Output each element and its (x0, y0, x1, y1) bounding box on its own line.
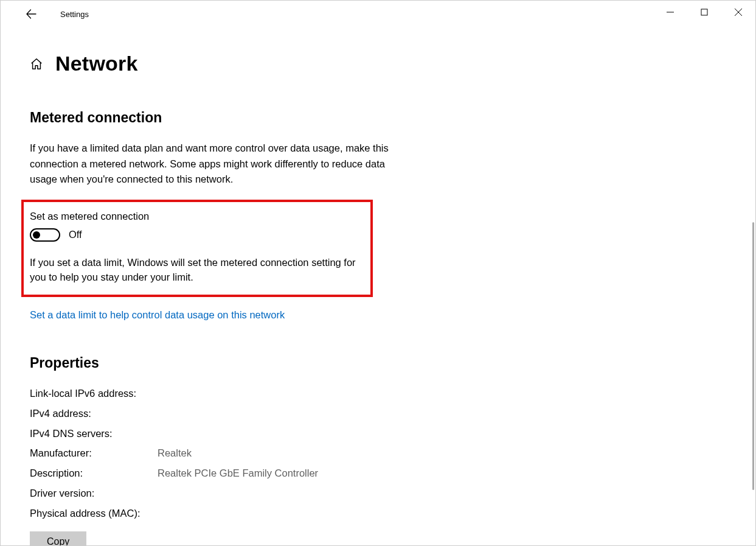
prop-label: Manufacturer: (30, 446, 158, 461)
metered-description: If you have a limited data plan and want… (30, 141, 407, 187)
set-data-limit-link[interactable]: Set a data limit to help control data us… (30, 309, 285, 321)
section-heading-properties: Properties (30, 355, 743, 371)
close-button[interactable] (721, 1, 755, 24)
content: Network Metered connection If you have a… (1, 27, 755, 545)
app-title: Settings (60, 10, 89, 19)
maximize-icon (701, 9, 708, 16)
titlebar: Settings (1, 1, 755, 27)
table-row: Driver version: (30, 486, 743, 501)
table-row: Link-local IPv6 address: (30, 386, 743, 401)
table-row: IPv4 address: (30, 406, 743, 421)
table-row: IPv4 DNS servers: (30, 426, 743, 441)
back-button[interactable] (19, 2, 43, 26)
highlight-annotation: Set as metered connection Off If you set… (21, 200, 373, 298)
page-header: Network (30, 52, 743, 75)
prop-label: IPv4 address: (30, 406, 158, 421)
table-row: Manufacturer: Realtek (30, 446, 743, 461)
window-controls (653, 1, 755, 24)
metered-hint: If you set a data limit, Windows will se… (30, 255, 363, 285)
prop-value: Realtek PCIe GbE Family Controller (158, 466, 318, 481)
copy-button[interactable]: Copy (30, 531, 86, 545)
prop-label: IPv4 DNS servers: (30, 426, 158, 441)
minimize-button[interactable] (653, 1, 687, 24)
maximize-button[interactable] (687, 1, 721, 24)
prop-value: Realtek (158, 446, 192, 461)
arrow-left-icon (26, 9, 36, 19)
properties-section: Properties Link-local IPv6 address: IPv4… (30, 355, 743, 545)
section-heading-metered: Metered connection (30, 110, 743, 126)
prop-label: Description: (30, 466, 158, 481)
prop-label: Link-local IPv6 address: (30, 386, 158, 401)
table-row: Description: Realtek PCIe GbE Family Con… (30, 466, 743, 481)
toggle-row: Off (30, 228, 363, 242)
svg-rect-1 (701, 9, 707, 15)
metered-toggle[interactable] (30, 228, 60, 242)
scrollbar[interactable] (752, 222, 754, 490)
close-icon (735, 9, 742, 16)
metered-toggle-label: Set as metered connection (30, 211, 363, 222)
prop-label: Driver version: (30, 486, 158, 501)
page-title: Network (55, 52, 138, 75)
prop-label: Physical address (MAC): (30, 506, 158, 521)
minimize-icon (667, 9, 674, 16)
home-icon (30, 57, 43, 71)
toggle-state-text: Off (69, 229, 82, 240)
table-row: Physical address (MAC): (30, 506, 743, 521)
